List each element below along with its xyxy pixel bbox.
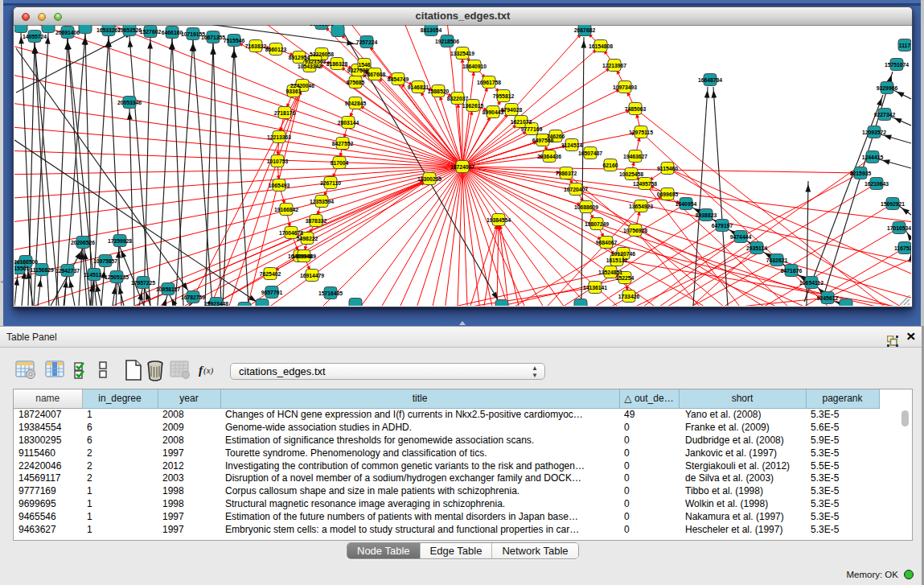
svg-text:8322037: 8322037 <box>447 96 469 101</box>
svg-text:16648784: 16648784 <box>698 77 722 83</box>
svg-text:14055724: 14055724 <box>23 34 47 39</box>
svg-text:16154808: 16154808 <box>589 43 613 49</box>
svg-text:9777169: 9777169 <box>521 126 543 132</box>
svg-text:13524851: 13524851 <box>598 270 622 275</box>
svg-text:9657791: 9657791 <box>261 290 283 295</box>
svg-text:12093572: 12093572 <box>862 130 886 135</box>
svg-text:8215935: 8215935 <box>850 171 872 176</box>
svg-text:9245612: 9245612 <box>817 295 839 301</box>
svg-text:6466160: 6466160 <box>162 30 183 35</box>
svg-text:875685: 875685 <box>347 80 365 85</box>
svg-text:10973493: 10973493 <box>613 84 637 90</box>
svg-text:19166842: 19166842 <box>274 207 298 212</box>
svg-text:8813054: 8813054 <box>421 27 442 33</box>
svg-text:1167531: 1167531 <box>894 245 915 251</box>
svg-text:16507487: 16507487 <box>578 150 602 156</box>
svg-text:10653526: 10653526 <box>117 27 142 33</box>
svg-text:6479197: 6479197 <box>712 223 733 229</box>
svg-text:1615132: 1615132 <box>606 257 628 263</box>
svg-text:0699695: 0699695 <box>657 192 679 197</box>
svg-text:746266: 746266 <box>547 134 565 139</box>
svg-text:1117: 1117 <box>899 43 911 48</box>
svg-text:10025458: 10025458 <box>619 171 643 177</box>
svg-text:1362615: 1362615 <box>462 103 484 109</box>
svg-text:26166500: 26166500 <box>14 259 38 265</box>
svg-text:10720407: 10720407 <box>564 187 588 192</box>
svg-text:18640910: 18640910 <box>462 64 487 69</box>
svg-text:62160: 62160 <box>603 163 618 168</box>
svg-text:8454749: 8454749 <box>388 76 409 82</box>
svg-text:14136141: 14136141 <box>583 285 607 290</box>
svg-text:1640954: 1640954 <box>676 201 697 207</box>
svg-text:10958117: 10958117 <box>156 286 180 292</box>
svg-text:7485063: 7485063 <box>625 106 647 112</box>
svg-text:13654923: 13654923 <box>629 204 653 209</box>
svg-text:1244415: 1244415 <box>862 154 884 160</box>
svg-text:152254: 152254 <box>616 275 634 281</box>
svg-text:17957225: 17957225 <box>131 280 155 286</box>
svg-text:1621072: 1621072 <box>511 119 532 125</box>
svg-text:19218506: 19218506 <box>435 39 459 44</box>
svg-text:1733426: 1733426 <box>618 294 640 299</box>
svg-text:12942737: 12942737 <box>55 268 80 274</box>
svg-text:7357224: 7357224 <box>356 39 378 45</box>
svg-text:15692921: 15692921 <box>881 201 905 207</box>
svg-text:9146821: 9146821 <box>408 84 429 90</box>
svg-text:14099489: 14099489 <box>292 253 316 259</box>
svg-text:8660123: 8660123 <box>265 47 287 52</box>
svg-text:16033809: 16033809 <box>310 21 334 27</box>
svg-text:20053346: 20053346 <box>117 100 142 105</box>
svg-text:20206526: 20206526 <box>71 240 95 245</box>
svg-text:12505135: 12505135 <box>105 274 129 280</box>
svg-text:10975857: 10975857 <box>93 258 117 264</box>
svg-text:20364436: 20364436 <box>537 154 561 159</box>
svg-text:7163822: 7163822 <box>245 43 267 49</box>
svg-text:16210643: 16210643 <box>864 181 889 187</box>
svg-text:2718176: 2718176 <box>274 110 296 116</box>
svg-text:15716485: 15716485 <box>318 290 343 296</box>
svg-text:1065493: 1065493 <box>269 183 290 188</box>
svg-text:12213363: 12213363 <box>267 134 291 140</box>
svg-text:10756928: 10756928 <box>623 228 647 233</box>
svg-text:9242845: 9242845 <box>345 101 367 106</box>
svg-text:93361: 93361 <box>286 89 302 94</box>
svg-text:17359928: 17359928 <box>108 238 132 244</box>
svg-text:19384554: 19384554 <box>487 217 511 223</box>
svg-text:15751074: 15751074 <box>885 62 909 68</box>
svg-text:16914479: 16914479 <box>300 273 324 278</box>
svg-text:11156829: 11156829 <box>30 267 54 273</box>
svg-text:2803144: 2803144 <box>338 120 359 126</box>
svg-text:1527602: 1527602 <box>140 29 162 35</box>
svg-text:8471676: 8471676 <box>781 268 803 274</box>
svg-text:22420046: 22420046 <box>290 83 314 89</box>
svg-text:8427552: 8427552 <box>332 141 354 146</box>
svg-text:9684067: 9684067 <box>596 240 618 245</box>
svg-text:5498222: 5498222 <box>297 236 318 241</box>
svg-text:12353594: 12353594 <box>310 199 334 204</box>
svg-text:12213967: 12213967 <box>602 63 626 68</box>
svg-text:12495758: 12495758 <box>633 181 657 187</box>
svg-text:2867608: 2867608 <box>364 72 386 77</box>
svg-text:3915501: 3915501 <box>8 266 30 271</box>
svg-text:53226058: 53226058 <box>310 51 334 57</box>
svg-text:12923448: 12923448 <box>204 301 228 307</box>
svg-text:10654112: 10654112 <box>799 280 823 286</box>
svg-text:7955812: 7955812 <box>493 93 515 99</box>
svg-text:7515546: 7515546 <box>224 38 245 43</box>
svg-text:17004678: 17004678 <box>279 230 303 236</box>
svg-text:817004: 817004 <box>331 160 349 166</box>
svg-text:17016534: 17016534 <box>887 225 911 231</box>
svg-text:9227342: 9227342 <box>874 112 896 117</box>
svg-text:16961758: 16961758 <box>477 80 501 85</box>
svg-text:1546: 1546 <box>358 62 370 68</box>
svg-text:19463627: 19463627 <box>623 154 647 159</box>
svg-text:1010753: 1010753 <box>267 159 289 164</box>
svg-text:12975115: 12975115 <box>629 130 653 135</box>
svg-text:(x): (x) <box>203 365 214 376</box>
svg-text:3124514: 3124514 <box>561 142 583 148</box>
svg-text:10543342: 10543342 <box>298 64 322 69</box>
svg-text:3267110: 3267110 <box>320 180 341 186</box>
svg-text:2087682: 2087682 <box>574 27 596 33</box>
svg-text:7632621: 7632621 <box>766 257 788 263</box>
svg-text:20691406: 20691406 <box>55 30 80 35</box>
